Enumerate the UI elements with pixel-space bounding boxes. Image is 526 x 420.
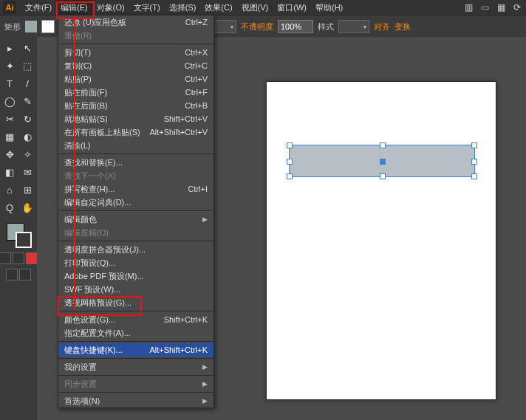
menu-窗口[interactable]: 窗口(W) (273, 0, 311, 15)
tool-9[interactable]: ↻ (19, 111, 35, 127)
handle-bottom-left[interactable] (287, 173, 293, 179)
menu-item-12[interactable]: 查找和替换(E)... (58, 156, 214, 169)
tool-18[interactable]: Q (1, 199, 18, 216)
menu-separator (58, 375, 214, 376)
tool-2[interactable]: ✦ (1, 58, 18, 74)
menu-item-label: 透视网格预设(G)... (64, 297, 132, 309)
menu-item-3[interactable]: 剪切(T)Ctrl+X (58, 46, 214, 59)
menu-编辑[interactable]: 编辑(E) (56, 0, 92, 15)
handle-top[interactable] (380, 142, 386, 148)
transform-label[interactable]: 变换 (394, 21, 411, 32)
opacity-field[interactable]: 100% (278, 20, 313, 33)
handle-bottom-right[interactable] (471, 173, 477, 179)
fill-swatch[interactable] (25, 21, 37, 32)
menu-item-22[interactable]: Adobe PDF 预设(M)... (58, 269, 214, 283)
menu-item-0[interactable]: 还原 (U)应用色板Ctrl+Z (58, 16, 214, 29)
handle-right[interactable] (471, 159, 477, 165)
color-mode-icon[interactable] (0, 252, 11, 264)
tool-11[interactable]: ◐ (19, 128, 35, 145)
selected-rectangle[interactable] (289, 145, 475, 177)
menu-item-15[interactable]: 编辑自定词典(D)... (58, 196, 214, 209)
menu-separator (58, 44, 214, 44)
menu-item-shortcut: Ctrl+F (185, 88, 208, 97)
submenu-arrow-icon: ▶ (202, 397, 208, 404)
tool-3[interactable]: ⬚ (19, 58, 35, 74)
artboard[interactable] (266, 81, 496, 400)
tool-4[interactable]: T (1, 75, 18, 92)
handle-top-left[interactable] (287, 142, 293, 148)
menu-item-label: 键盘快捷键(K)... (64, 345, 123, 356)
stroke-swatch[interactable] (41, 20, 55, 33)
tool-1[interactable]: ↖ (19, 40, 35, 56)
edit-menu-dropdown: 还原 (U)应用色板Ctrl+Z重做(R)剪切(T)Ctrl+X复制(C)Ctr… (58, 15, 214, 408)
menu-item-4[interactable]: 复制(C)Ctrl+C (58, 59, 214, 72)
menu-选择[interactable]: 选择(S) (165, 0, 201, 15)
menu-item-17[interactable]: 编辑颜色▶ (58, 213, 214, 226)
tool-6[interactable]: ◯ (1, 93, 18, 109)
menu-item-label: 清除(L) (64, 140, 90, 151)
menu-item-shortcut: Ctrl+I (188, 185, 208, 193)
menu-item-label: 查找下一个(X) (64, 171, 116, 182)
fill-stroke-control[interactable] (5, 221, 32, 248)
handle-left[interactable] (287, 159, 293, 165)
tool-8[interactable]: ✂ (1, 111, 18, 127)
tool-19[interactable]: ✋ (19, 199, 35, 216)
menu-文字[interactable]: 文字(T) (129, 0, 165, 15)
tool-14[interactable]: ◧ (1, 164, 18, 180)
menu-item-8[interactable]: 就地粘贴(S)Shift+Ctrl+V (58, 112, 214, 125)
tool-5[interactable]: / (19, 75, 35, 92)
menu-item-9[interactable]: 在所有画板上粘贴(S)Alt+Shift+Ctrl+V (58, 125, 214, 139)
menu-视图[interactable]: 视图(V) (237, 0, 273, 15)
menu-item-6[interactable]: 贴在前面(F)Ctrl+F (58, 86, 214, 99)
menu-帮助[interactable]: 帮助(H) (311, 0, 347, 15)
tool-15[interactable]: ✉ (19, 164, 35, 180)
menu-对象[interactable]: 对象(O) (92, 0, 129, 15)
sync-icon[interactable]: ⟳ (511, 1, 523, 13)
menu-item-35[interactable]: 首选项(N)▶ (58, 394, 214, 407)
tool-palette: ▸↖✦⬚T/◯✎✂↻▦◐✥✧◧✉⌂⊞Q✋ (0, 37, 37, 420)
stroke-color-icon[interactable] (16, 232, 32, 248)
menu-item-shortcut: Ctrl+X (185, 48, 208, 57)
menu-item-5[interactable]: 粘贴(P)Ctrl+V (58, 72, 214, 86)
app-logo: Ai (3, 1, 16, 14)
screen-mode-icon[interactable] (6, 269, 18, 280)
menu-separator (58, 341, 214, 342)
menu-item-21[interactable]: 打印预设(Q)... (58, 256, 214, 269)
layout-icon[interactable]: ▥ (462, 1, 474, 13)
menu-item-label: 拼写检查(H)... (64, 184, 115, 195)
menu-item-23[interactable]: SWF 预设(W)... (58, 283, 214, 296)
menu-item-label: 编辑原稿(O) (64, 227, 109, 238)
bridge-icon[interactable]: ▭ (479, 1, 491, 13)
tool-12[interactable]: ✥ (1, 146, 18, 162)
tool-13[interactable]: ✧ (19, 146, 35, 162)
menu-item-label: 查找和替换(E)... (64, 157, 123, 168)
align-label[interactable]: 对齐 (374, 21, 390, 32)
menu-item-label: SWF 预设(W)... (64, 284, 120, 295)
menu-item-24[interactable]: 透视网格预设(G)... (58, 296, 214, 309)
tool-7[interactable]: ✎ (19, 93, 35, 109)
tool-16[interactable]: ⌂ (1, 182, 18, 198)
menu-item-label: 首选项(N) (64, 396, 100, 407)
menu-item-14[interactable]: 拼写检查(H)...Ctrl+I (58, 182, 214, 196)
menu-item-shortcut: Ctrl+B (185, 101, 208, 110)
menu-item-20[interactable]: 透明度拼合器预设(J)... (58, 243, 214, 256)
tool-17[interactable]: ⊞ (19, 182, 35, 198)
menu-item-10[interactable]: 清除(L) (58, 139, 214, 152)
menu-文件[interactable]: 文件(F) (21, 0, 56, 15)
gradient-mode-icon[interactable] (13, 252, 24, 264)
menu-效果[interactable]: 效果(C) (200, 0, 236, 15)
handle-bottom[interactable] (380, 173, 386, 179)
tool-10[interactable]: ▦ (1, 128, 18, 145)
menu-item-31[interactable]: 我的设置▶ (58, 360, 214, 373)
handle-top-right[interactable] (471, 142, 477, 148)
screen-mode-2-icon[interactable] (19, 269, 31, 280)
handle-center[interactable] (380, 159, 386, 165)
menu-item-27[interactable]: 指定配置文件(A)... (58, 326, 214, 340)
tool-0[interactable]: ▸ (1, 40, 18, 56)
arrange-icon[interactable]: ▦ (495, 1, 507, 13)
menu-item-26[interactable]: 颜色设置(G)...Shift+Ctrl+K (58, 313, 214, 326)
menu-item-7[interactable]: 贴在后面(B)Ctrl+B (58, 99, 214, 112)
menu-item-29[interactable]: 键盘快捷键(K)...Alt+Shift+Ctrl+K (58, 343, 214, 357)
style-dropdown[interactable]: ▾ (338, 20, 369, 33)
none-mode-icon[interactable] (26, 252, 38, 264)
